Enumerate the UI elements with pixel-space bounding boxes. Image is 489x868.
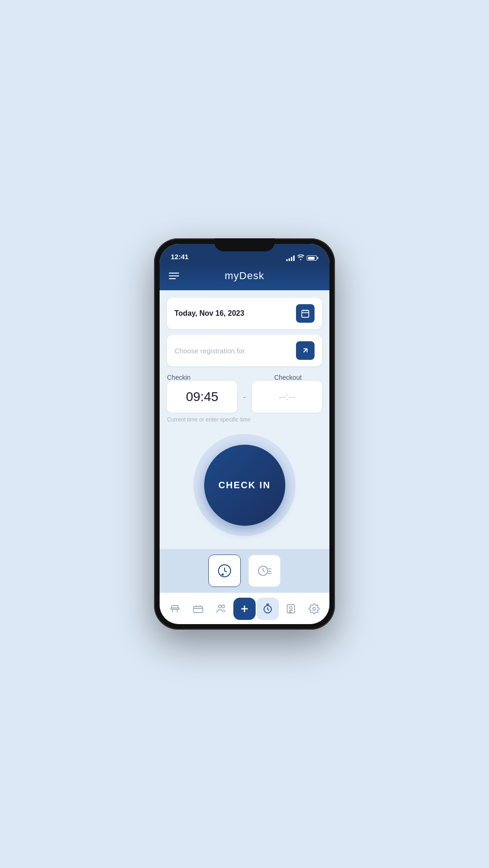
add-time-icon (217, 563, 232, 578)
time-hint: Current time or enter specific time (167, 416, 322, 423)
settings-icon (309, 603, 320, 614)
phone-frame: 12:41 myDesk (154, 238, 335, 630)
svg-line-4 (303, 349, 307, 352)
phone-screen: 12:41 myDesk (160, 244, 329, 624)
team-icon (216, 603, 227, 614)
stats-row: Checkin --:-- Checkout --:-- Working hrs… (167, 545, 322, 549)
app-title: myDesk (225, 270, 264, 282)
calendar-icon (301, 309, 310, 318)
status-time: 12:41 (171, 253, 188, 262)
wifi-icon (297, 255, 304, 262)
badge-icon (285, 603, 296, 614)
calendar-button[interactable] (296, 304, 315, 323)
svg-rect-0 (302, 310, 309, 317)
svg-point-21 (222, 605, 225, 608)
plus-icon (239, 603, 250, 614)
registration-arrow-button[interactable] (296, 341, 315, 360)
checkin-time-box[interactable]: 09:45 (167, 381, 237, 413)
nav-meeting[interactable] (187, 598, 209, 620)
timer-icon (262, 603, 273, 614)
checkin-outer-ring: CHECK IN (193, 434, 296, 536)
clock-list-button[interactable] (248, 555, 281, 587)
time-separator: - (237, 391, 251, 403)
phone-notch (214, 238, 275, 251)
nav-badge[interactable] (280, 598, 302, 620)
registration-row[interactable]: Choose registration for (167, 335, 322, 366)
svg-rect-16 (193, 606, 203, 613)
registration-placeholder: Choose registration for (174, 347, 245, 355)
svg-rect-15 (172, 606, 178, 608)
signal-icon (286, 255, 295, 261)
nav-timer[interactable] (257, 598, 279, 620)
checkout-label: Checkout (235, 374, 322, 381)
nav-desk[interactable] (164, 598, 186, 620)
date-row: Today, Nov 16, 2023 (167, 298, 322, 329)
bottom-nav (160, 593, 329, 624)
bottom-actions (160, 549, 329, 593)
svg-point-31 (313, 607, 315, 610)
main-content: Today, Nov 16, 2023 Choose registration … (160, 290, 329, 549)
checkin-button[interactable]: CHECK IN (204, 445, 285, 526)
meeting-icon (193, 603, 204, 614)
menu-button[interactable] (169, 273, 179, 279)
time-section: Checkin Checkout 09:45 - --:-- Current t… (167, 372, 322, 425)
nav-settings[interactable] (303, 598, 325, 620)
time-labels: Checkin Checkout (167, 374, 322, 381)
add-time-button[interactable] (208, 555, 241, 587)
time-inputs-row: 09:45 - --:-- (167, 381, 322, 413)
date-display: Today, Nov 16, 2023 (174, 309, 244, 318)
svg-point-28 (290, 606, 292, 609)
nav-add[interactable] (233, 598, 256, 620)
desk-icon (169, 603, 180, 614)
checkin-label: Checkin (167, 374, 235, 381)
app-header: myDesk (160, 264, 329, 290)
arrow-external-icon (301, 346, 309, 355)
checkin-section: CHECK IN (167, 434, 322, 536)
checkin-time-value: 09:45 (186, 389, 219, 404)
checkin-button-label: CHECK IN (219, 480, 271, 491)
battery-icon (307, 255, 318, 261)
checkout-time-placeholder: --:-- (279, 391, 295, 403)
nav-team[interactable] (210, 598, 232, 620)
checkout-time-box[interactable]: --:-- (252, 381, 322, 413)
svg-point-20 (219, 605, 221, 608)
status-icons (286, 255, 318, 262)
clock-list-icon (257, 563, 272, 578)
